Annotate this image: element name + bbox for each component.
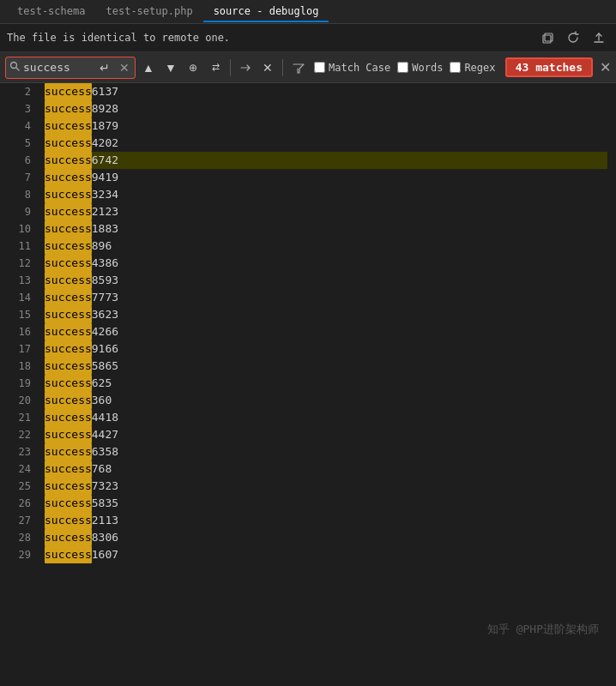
regex-option[interactable]: Regex bbox=[450, 62, 495, 74]
close-replace-btn[interactable]: ✕ bbox=[258, 58, 277, 77]
search-match-highlight: success bbox=[45, 100, 92, 117]
search-match-highlight: success bbox=[45, 117, 92, 135]
search-next-btn[interactable]: ▼ bbox=[161, 58, 180, 77]
line-number: 6 bbox=[0, 152, 31, 169]
line-number: 28 bbox=[0, 529, 31, 546]
search-match-highlight: success bbox=[45, 323, 92, 340]
svg-line-4 bbox=[16, 68, 20, 71]
line-number: 17 bbox=[0, 340, 31, 358]
line-number: 5 bbox=[0, 135, 31, 152]
icon-refresh[interactable] bbox=[563, 27, 583, 48]
table-row: success3623 bbox=[45, 306, 607, 323]
separator-2 bbox=[282, 59, 283, 76]
editor-area: 2345678910111213141516171819202122232425… bbox=[0, 83, 616, 686]
tab-debuglog[interactable]: source - debuglog bbox=[203, 2, 329, 22]
line-number: 21 bbox=[0, 409, 31, 426]
line-number: 9 bbox=[0, 203, 31, 220]
match-case-checkbox[interactable] bbox=[314, 62, 325, 73]
search-match-highlight: success bbox=[45, 203, 92, 220]
scrollbar-track[interactable] bbox=[607, 83, 616, 686]
search-input[interactable] bbox=[23, 61, 92, 74]
line-number: 13 bbox=[0, 272, 31, 289]
table-row: success6358 bbox=[45, 443, 607, 460]
line-number: 24 bbox=[0, 460, 31, 478]
line-number: 23 bbox=[0, 443, 31, 460]
icon-upload[interactable] bbox=[589, 27, 609, 48]
replace-btn[interactable] bbox=[236, 58, 255, 77]
svg-rect-1 bbox=[545, 33, 553, 41]
search-options: Match Case Words Regex bbox=[314, 62, 496, 74]
filter-btn[interactable] bbox=[288, 57, 309, 78]
line-number: 11 bbox=[0, 238, 31, 255]
search-match-highlight: success bbox=[45, 135, 92, 152]
separator-1 bbox=[230, 59, 231, 76]
search-match-highlight: success bbox=[45, 375, 92, 392]
line-numbers: 2345678910111213141516171819202122232425… bbox=[0, 83, 41, 686]
line-number: 3 bbox=[0, 100, 31, 117]
table-row: success1607 bbox=[45, 546, 607, 563]
line-number: 10 bbox=[0, 220, 31, 238]
search-match-highlight: success bbox=[45, 186, 92, 203]
words-option[interactable]: Words bbox=[397, 62, 443, 74]
watermark: 知乎 @PHP进阶架构师 bbox=[487, 622, 599, 637]
search-bar: ↵ ✕ ▲ ▼ ⊕ ⇄ ✕ Match Case Words Regex bbox=[0, 52, 616, 83]
line-number: 4 bbox=[0, 117, 31, 135]
table-row: success2123 bbox=[45, 203, 607, 220]
search-match-highlight: success bbox=[45, 409, 92, 426]
table-row: success4386 bbox=[45, 255, 607, 272]
icon-copy[interactable] bbox=[537, 27, 558, 48]
table-row: success3234 bbox=[45, 186, 607, 203]
toggle-replace-btn[interactable]: ⇄ bbox=[206, 58, 225, 77]
regex-checkbox[interactable] bbox=[450, 62, 461, 73]
search-clear-btn[interactable]: ✕ bbox=[118, 61, 131, 75]
search-match-highlight: success bbox=[45, 460, 92, 478]
search-prev-btn[interactable]: ▲ bbox=[139, 58, 158, 77]
words-checkbox[interactable] bbox=[397, 62, 408, 73]
table-row: success7773 bbox=[45, 289, 607, 306]
line-number: 7 bbox=[0, 169, 31, 186]
table-row: success9419 bbox=[45, 169, 607, 186]
matches-close-btn[interactable]: ✕ bbox=[600, 59, 611, 75]
search-match-highlight: success bbox=[45, 358, 92, 375]
select-all-btn[interactable]: ⊕ bbox=[184, 58, 202, 77]
line-number: 15 bbox=[0, 306, 31, 323]
search-match-highlight: success bbox=[45, 255, 92, 272]
search-match-highlight: success bbox=[45, 426, 92, 443]
table-row: success896 bbox=[45, 238, 607, 255]
table-row: success1879 bbox=[45, 117, 607, 135]
code-content: success6137success8928success1879success… bbox=[41, 83, 607, 686]
table-row: success8593 bbox=[45, 272, 607, 289]
table-row: success9166 bbox=[45, 340, 607, 358]
search-match-highlight: success bbox=[45, 169, 92, 186]
tab-test-setup[interactable]: test-setup.php bbox=[95, 2, 202, 22]
line-number: 26 bbox=[0, 495, 31, 512]
table-row: success2113 bbox=[45, 512, 607, 529]
line-number: 22 bbox=[0, 426, 31, 443]
table-row: success8928 bbox=[45, 100, 607, 117]
search-match-highlight: success bbox=[45, 392, 92, 409]
line-number: 12 bbox=[0, 255, 31, 272]
match-case-option[interactable]: Match Case bbox=[314, 62, 390, 74]
tab-bar: test-schema test-setup.php source - debu… bbox=[0, 0, 616, 24]
table-row: success8306 bbox=[45, 529, 607, 546]
line-number: 14 bbox=[0, 289, 31, 306]
table-row: success5835 bbox=[45, 495, 607, 512]
search-match-highlight: success bbox=[45, 83, 92, 100]
line-number: 19 bbox=[0, 375, 31, 392]
table-row: success6742 bbox=[45, 152, 607, 169]
search-match-highlight: success bbox=[45, 546, 92, 563]
search-match-highlight: success bbox=[45, 220, 92, 238]
search-enter-btn[interactable]: ↵ bbox=[95, 58, 114, 77]
search-icon bbox=[9, 61, 20, 74]
table-row: success6137 bbox=[45, 83, 607, 100]
file-status-bar: The file is identical to remote one. bbox=[0, 24, 616, 52]
line-number: 8 bbox=[0, 186, 31, 203]
line-number: 29 bbox=[0, 546, 31, 563]
search-match-highlight: success bbox=[45, 529, 92, 546]
table-row: success7323 bbox=[45, 478, 607, 495]
tab-test-schema[interactable]: test-schema bbox=[7, 2, 95, 22]
line-number: 2 bbox=[0, 83, 31, 100]
search-match-highlight: success bbox=[45, 272, 92, 289]
search-match-highlight: success bbox=[45, 306, 92, 323]
table-row: success625 bbox=[45, 375, 607, 392]
